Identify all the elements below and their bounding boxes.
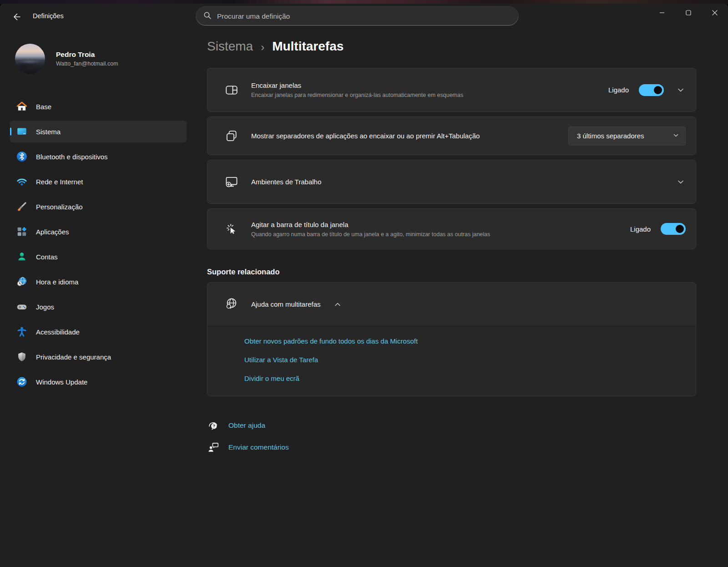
sidebar-item-windows-update[interactable]: Windows Update (10, 371, 187, 393)
sidebar-item-privacidade[interactable]: Privacidade e segurança (10, 346, 187, 368)
help-link-task-view[interactable]: Utilizar a Vista de Tarefa (244, 356, 318, 364)
accounts-icon (15, 251, 28, 263)
sidebar-item-label: Jogos (36, 303, 54, 311)
sidebar-item-base[interactable]: Base (10, 96, 187, 117)
sidebar-item-personalizacao[interactable]: Personalização (10, 196, 187, 218)
close-button[interactable] (702, 4, 728, 22)
sidebar-item-label: Acessibilidade (36, 328, 80, 336)
sidebar-item-label: Sistema (36, 128, 61, 136)
time-language-icon (15, 276, 28, 288)
sidebar-item-hora-idioma[interactable]: Hora e idioma (10, 271, 187, 293)
title-bar-shake-status: Ligado (630, 225, 651, 233)
sidebar-item-label: Personalização (36, 203, 83, 211)
avatar (15, 44, 45, 74)
chevron-down-icon[interactable] (676, 85, 686, 95)
sidebar-item-label: Privacidade e segurança (36, 353, 111, 361)
search-icon (203, 11, 217, 21)
minimize-button[interactable] (649, 4, 675, 22)
sidebar-item-label: Rede e Internet (36, 178, 83, 186)
settings-window: Definições Pedro Troia Watto_fan@h (0, 4, 728, 567)
sidebar-item-rede[interactable]: Rede e Internet (10, 171, 187, 192)
gaming-icon (15, 301, 28, 313)
sidebar-item-acessibilidade[interactable]: Acessibilidade (10, 321, 187, 343)
title-bar-shake-subtitle: Quando agarro numa barra de título de um… (251, 231, 630, 238)
home-icon (15, 101, 28, 113)
help-card-body: Obter novos padrões de fundo todos os di… (207, 326, 696, 396)
title-bar-shake-toggle[interactable] (661, 223, 686, 235)
help-link-backgrounds[interactable]: Obter novos padrões de fundo todos os di… (244, 337, 418, 345)
snap-windows-toggle[interactable] (639, 84, 664, 96)
snap-windows-status: Ligado (608, 86, 629, 94)
chevron-down-icon[interactable] (676, 177, 686, 187)
main-content: Sistema › Multitarefas Encaixar janelas … (207, 31, 696, 463)
snap-windows-icon (225, 83, 238, 97)
privacy-icon (15, 351, 28, 363)
breadcrumb: Sistema › Multitarefas (207, 39, 696, 54)
search-box[interactable] (196, 6, 519, 26)
chevron-up-icon[interactable] (333, 299, 343, 309)
app-tabs-title: Mostrar separadores de aplicações ao enc… (251, 132, 568, 140)
get-help-label: Obter ajuda (228, 421, 265, 430)
footer-links: ? Obter ajuda Enviar comentários (207, 419, 696, 454)
virtual-desktops-card[interactable]: Ambientes de Trabalho (207, 160, 696, 204)
app-tabs-card: Mostrar separadores de aplicações ao enc… (207, 116, 696, 155)
accessibility-icon (15, 326, 28, 338)
title-bar-shake-card: Agitar a barra de título da janela Quand… (207, 208, 696, 249)
app-tabs-icon (225, 129, 238, 143)
sidebar-nav: Base Sistema Bluetooth e dispositivos (10, 96, 187, 396)
maximize-button[interactable] (675, 4, 702, 22)
search-input[interactable] (217, 12, 511, 20)
sidebar-item-sistema[interactable]: Sistema (10, 121, 187, 142)
help-link-split-screen[interactable]: Dividir o meu ecrã (244, 375, 299, 382)
get-help-link[interactable]: ? Obter ajuda (207, 419, 265, 432)
globe-help-icon (225, 297, 238, 312)
snap-windows-card[interactable]: Encaixar janelas Encaixar janelas para r… (207, 68, 696, 112)
sidebar-item-bluetooth[interactable]: Bluetooth e dispositivos (10, 146, 187, 167)
app-title: Definições (33, 12, 64, 20)
sidebar-item-label: Base (36, 103, 51, 111)
back-button[interactable] (9, 11, 25, 25)
back-arrow-icon (12, 12, 21, 23)
system-icon (15, 126, 28, 138)
bluetooth-icon (15, 151, 28, 163)
help-card-header[interactable]: Ajuda com multitarefas (207, 283, 696, 326)
sidebar-item-label: Bluetooth e dispositivos (36, 153, 108, 161)
toggle-knob (654, 86, 662, 94)
tabs-dropdown-value: 3 últimos separadores (577, 132, 644, 140)
page-title: Multitarefas (272, 39, 344, 54)
tabs-dropdown[interactable]: 3 últimos separadores (568, 127, 686, 146)
send-feedback-link[interactable]: Enviar comentários (207, 441, 289, 454)
sidebar-item-contas[interactable]: Contas (10, 246, 187, 268)
help-card-title: Ajuda com multitarefas (251, 300, 321, 308)
get-help-icon: ? (207, 419, 220, 432)
chevron-down-icon (673, 132, 679, 140)
sidebar-item-label: Aplicações (36, 228, 69, 236)
virtual-desktops-title: Ambientes de Trabalho (251, 178, 664, 186)
sidebar-item-label: Contas (36, 253, 58, 261)
selected-accent-pill (10, 128, 11, 136)
virtual-desktops-icon (225, 175, 238, 189)
svg-text:?: ? (213, 424, 215, 428)
send-feedback-icon (207, 441, 220, 454)
sidebar-item-label: Windows Update (36, 378, 87, 386)
breadcrumb-parent[interactable]: Sistema (207, 39, 253, 54)
toggle-knob (676, 225, 684, 233)
apps-icon (15, 226, 28, 238)
snap-windows-subtitle: Encaixar janelas para redimensionar e or… (251, 92, 608, 98)
user-profile[interactable]: Pedro Troia Watto_fan@hotmail.com (15, 44, 118, 74)
send-feedback-label: Enviar comentários (228, 443, 289, 451)
title-bar-shake-title: Agitar a barra de título da janela (251, 221, 630, 228)
user-name: Pedro Troia (56, 51, 118, 59)
help-card: Ajuda com multitarefas Obter novos padrõ… (207, 282, 696, 396)
sidebar-item-jogos[interactable]: Jogos (10, 296, 187, 318)
settings-cards: Encaixar janelas Encaixar janelas para r… (207, 68, 696, 249)
sidebar: Pedro Troia Watto_fan@hotmail.com Base S… (0, 31, 196, 567)
sidebar-item-aplicacoes[interactable]: Aplicações (10, 221, 187, 243)
titlebar: Definições (0, 4, 728, 31)
window-controls (649, 4, 728, 24)
windows-update-icon (15, 376, 28, 388)
shake-cursor-icon (225, 222, 238, 236)
snap-windows-title: Encaixar janelas (251, 81, 608, 89)
personalization-icon (15, 201, 28, 213)
user-email: Watto_fan@hotmail.com (56, 61, 118, 67)
